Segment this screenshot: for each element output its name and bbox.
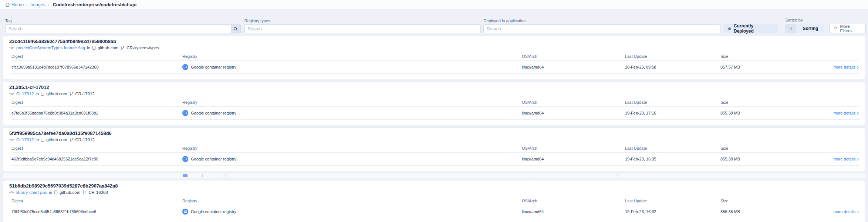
- more-details-link[interactable]: more details ›: [833, 65, 859, 69]
- breadcrumb-separator: ›: [48, 3, 50, 7]
- more-details-link[interactable]: more details ›: [833, 111, 859, 115]
- size-value: 855.38 MB: [720, 157, 824, 161]
- column-header-os-arch: OS/Arch: [522, 100, 625, 105]
- image-tag-title: 5f3ff859985ca78efee7da0a0d135fe0871458d6: [9, 130, 859, 136]
- column-header-last-update: Last Update: [625, 146, 720, 150]
- registry-types-search-input[interactable]: [244, 24, 481, 33]
- digest-value: cfcc3659a5131c4d7dcd187f878966e347142360: [11, 65, 182, 69]
- git-commit-icon: [9, 190, 14, 194]
- breadcrumb-home[interactable]: Home: [11, 2, 24, 7]
- column-header-last-update: Last Update: [625, 100, 720, 105]
- sorting-field-selector[interactable]: Sorting: [796, 24, 824, 33]
- column-header-os-arch: OS/Arch: [522, 199, 625, 203]
- column-header-registry: Registry: [182, 199, 522, 203]
- column-header-digest: Digest: [11, 100, 182, 105]
- column-header-os-arch: OS/Arch: [522, 146, 625, 150]
- git-branch-icon: [69, 137, 74, 142]
- google-container-registry-icon: [182, 209, 188, 215]
- column-header-last-update: Last Update: [625, 199, 720, 203]
- git-commit-icon: [9, 92, 14, 96]
- commit-message-link[interactable]: Cr 17012: [16, 92, 34, 96]
- table-row: 463f9dfbba5e7eb5c94e46825521de5ea12f7e90…: [11, 153, 859, 166]
- repository-icon: [54, 190, 58, 195]
- os-arch-value: linux/amd64: [522, 209, 625, 214]
- digest-value: 463f9dfbba5e7eb5c94e46825521de5ea12f7e90: [11, 157, 182, 161]
- status-dot-icon: [728, 27, 731, 30]
- git-commit-icon: [9, 46, 14, 50]
- git-commit-icon: [9, 138, 14, 142]
- more-filters-label: More Filters: [840, 24, 862, 33]
- tag-search-button[interactable]: [231, 25, 240, 33]
- currently-deployed-toggle[interactable]: Currently Deployed: [723, 24, 778, 33]
- table-row: cfcc3659a5131c4d7dcd187f878966e347142360…: [11, 61, 859, 74]
- digest-value: 79f4f80d075ccd3c954c3ff6321b739603edbce6: [11, 209, 182, 214]
- placeholder-mark: [219, 174, 219, 177]
- repository-icon: [41, 92, 44, 96]
- last-update-value: 19-Feb-23, 16:32: [625, 209, 720, 214]
- filters-bar: Tag Registry types Deployed in applicati…: [0, 10, 868, 33]
- table-header: Digest Registry OS/Arch Last Update Size: [11, 144, 859, 153]
- deployed-in-application-search-input[interactable]: [483, 24, 720, 33]
- column-header-registry: Registry: [182, 100, 522, 105]
- table-row: 79f4f80d075ccd3c954c3ff6321b739603edbce6…: [11, 205, 859, 218]
- column-header-size: Size: [720, 54, 824, 59]
- in-label: in: [49, 190, 52, 195]
- image-table: Digest Registry OS/Arch Last Update Size…: [9, 144, 859, 171]
- image-tag-title: 21.205.1-cr-17012: [9, 85, 859, 90]
- registry-name: Google container registry: [191, 157, 236, 161]
- repository-icon: [41, 137, 44, 142]
- table-row-partial: 49f499af38280d5998d6d95983529986f7b4d880…: [11, 218, 859, 222]
- table-header: Digest Registry OS/Arch Last Update Size: [11, 98, 859, 107]
- git-branch-icon: [120, 46, 125, 50]
- registry-name: Google container registry: [191, 111, 236, 115]
- column-header-digest: Digest: [11, 146, 182, 150]
- image-card: 21.205.1-cr-17012 Cr 17012 in github.com…: [3, 82, 865, 125]
- breadcrumb-images[interactable]: Images: [30, 2, 45, 7]
- column-header-os-arch: OS/Arch: [522, 54, 625, 59]
- image-table: Digest Registry OS/Arch Last Update Size…: [9, 197, 859, 222]
- more-details-link[interactable]: more details ›: [833, 157, 859, 161]
- commit-info: projectOneSystemTypes feature flag in gi…: [9, 45, 859, 50]
- placeholder-mark: [225, 174, 226, 177]
- in-label: in: [36, 137, 39, 142]
- table-header: Digest Registry OS/Arch Last Update Size: [11, 197, 859, 205]
- google-container-registry-icon: [182, 156, 188, 162]
- images-list-page: Home › Images › Codefresh-enterprise/cod…: [0, 0, 868, 222]
- more-filters-button[interactable]: More Filters: [829, 24, 866, 33]
- column-header-registry: Registry: [182, 54, 522, 59]
- branch-name: CR-system-types: [126, 46, 159, 50]
- image-tag-title: 51b6db2b98929c5697039d5287c8b2907aa842a8: [9, 183, 859, 189]
- column-header-registry: Registry: [182, 146, 522, 150]
- image-tag-title: 23cdc119465a8360c775a4fb849e2d7e5980b8ab: [9, 39, 859, 44]
- git-branch-icon: [69, 92, 74, 96]
- placeholder-mark: [617, 174, 618, 177]
- sorted-by-group: Sorted by Sorting: [785, 18, 824, 33]
- breadcrumb: Home › Images › Codefresh-enterprise/cod…: [0, 0, 868, 10]
- column-header-last-update: Last Update: [625, 54, 720, 59]
- commit-message-link[interactable]: library-chart-poc: [16, 190, 47, 195]
- commit-info: Cr 17012 in github.com CR-17012: [9, 137, 859, 142]
- table-header: Digest Registry OS/Arch Last Update Size: [11, 52, 859, 61]
- registry-name: Google container registry: [191, 209, 236, 214]
- commit-message-link[interactable]: projectOneSystemTypes feature flag: [16, 46, 85, 50]
- tag-search-box: [5, 24, 241, 33]
- column-header-size: Size: [720, 100, 824, 105]
- breadcrumb-current-page: Codefresh-enterprise/codefresh/cf-api: [53, 2, 136, 7]
- image-card: 5f3ff859985ca78efee7da0a0d135fe0871458d6…: [3, 127, 865, 171]
- commit-message-link[interactable]: Cr 17012: [16, 137, 34, 142]
- os-arch-value: linux/amd64: [522, 157, 625, 161]
- os-arch-value: linux/amd64: [522, 111, 625, 115]
- chevron-right-icon: ›: [857, 210, 859, 213]
- deployed-in-application-filter-group: Deployed in application: [483, 19, 720, 33]
- repository-name: github.com: [98, 46, 118, 50]
- last-update-value: 19-Feb-23, 16:35: [625, 157, 720, 161]
- sort-direction-button[interactable]: [785, 24, 796, 33]
- size-value: 855.38 MB: [720, 111, 824, 115]
- tag-search-input[interactable]: [6, 25, 231, 33]
- os-arch-value: linux/amd64: [522, 65, 625, 69]
- more-details-link[interactable]: more details ›: [833, 209, 859, 214]
- sorting-control[interactable]: Sorting: [785, 24, 824, 33]
- column-header-size: Size: [720, 146, 824, 150]
- placeholder-mark: [202, 174, 203, 177]
- image-card: 23cdc119465a8360c775a4fb849e2d7e5980b8ab…: [3, 36, 865, 79]
